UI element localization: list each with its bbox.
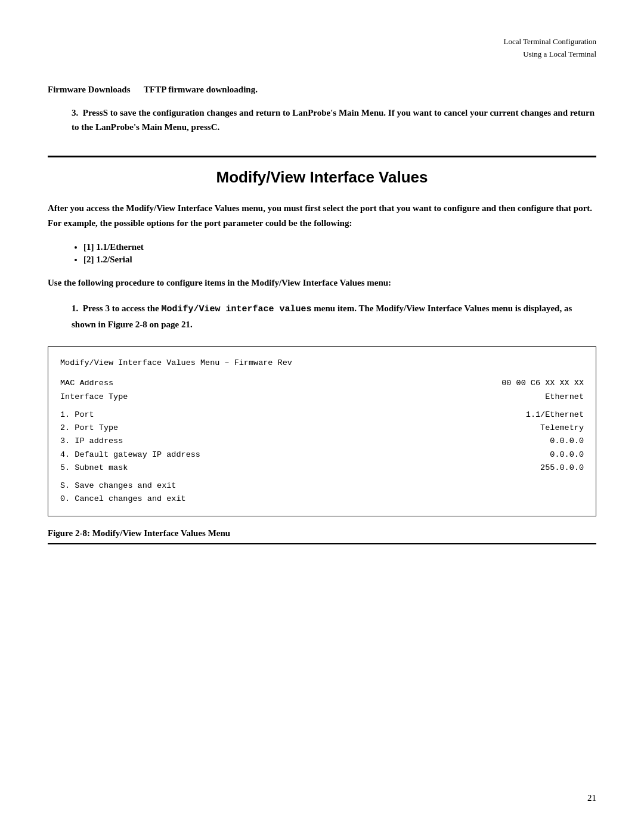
header-line1: Local Terminal Configuration — [48, 36, 596, 48]
firmware-label2: TFTP firmware downloading. — [144, 85, 258, 94]
menu-row-gw-left: 4. Default gateway IP address — [60, 448, 251, 462]
step1-prefix: Press 3 to access the — [83, 304, 159, 313]
header-line2: Using a Local Terminal — [48, 48, 596, 61]
step3-paragraph: 3. PressS to save the configuration chan… — [72, 106, 596, 134]
menu-row-subnet-left: 5. Subnet mask — [60, 462, 251, 475]
menu-row-porttype: 2. Port Type Telemetry — [60, 422, 584, 435]
page-header: Local Terminal Configuration Using a Loc… — [48, 36, 596, 61]
menu-row-mac-right: 00 00 C6 XX XX XX — [501, 377, 584, 390]
firmware-label: Firmware Downloads — [48, 85, 130, 94]
figure-caption: Figure 2-8: Modify/View Interface Values… — [48, 528, 596, 538]
section-intro: After you access the Modify/View Interfa… — [48, 201, 596, 231]
menu-row-save: S. Save changes and exit — [60, 479, 584, 493]
menu-row-ip-right: 0.0.0.0 — [550, 435, 584, 448]
page: Local Terminal Configuration Using a Loc… — [0, 0, 644, 833]
menu-row-subnet: 5. Subnet mask 255.0.0.0 — [60, 462, 584, 475]
menu-row-ip-left: 3. IP address — [60, 435, 251, 448]
step1-number: 1. — [72, 304, 83, 313]
section-title: Modify/View Interface Values — [48, 168, 596, 187]
menu-row-mac-left: MAC Address — [60, 377, 251, 390]
firmware-downloads-line: Firmware Downloads TFTP firmware downloa… — [48, 85, 596, 95]
figure-divider — [48, 543, 596, 544]
step1-monospace: Modify/View interface values — [162, 304, 312, 314]
menu-row-gw-right: 0.0.0.0 — [550, 448, 584, 462]
step3-text: PressS to save the configuration changes… — [72, 108, 595, 132]
menu-row-cancel: 0. Cancel changes and exit — [60, 493, 584, 506]
menu-row-itype: Interface Type Ethernet — [60, 391, 584, 404]
menu-row-ip: 3. IP address 0.0.0.0 — [60, 435, 584, 448]
menu-row-port-right: 1.1/Ethernet — [526, 408, 584, 422]
step1-paragraph: 1. Press 3 to access the Modify/View int… — [72, 301, 596, 332]
menu-row-mac: MAC Address 00 00 C6 XX XX XX — [60, 377, 584, 390]
menu-row-gw: 4. Default gateway IP address 0.0.0.0 — [60, 448, 584, 462]
menu-row-port-left: 1. Port — [60, 408, 251, 422]
menu-row-porttype-left: 2. Port Type — [60, 422, 251, 435]
bullet-item-2: [2] 1.2/Serial — [83, 255, 596, 265]
menu-box: Modify/View Interface Values Menu – Firm… — [48, 346, 596, 516]
menu-row-port: 1. Port 1.1/Ethernet — [60, 408, 584, 422]
procedure-intro: Use the following procedure to configure… — [48, 275, 596, 291]
menu-row-porttype-right: Telemetry — [540, 422, 584, 435]
section-divider — [48, 156, 596, 157]
menu-row-itype-left: Interface Type — [60, 391, 251, 404]
bullet-list: [1] 1.1/Ethernet [2] 1.2/Serial — [83, 242, 596, 265]
bullet-item-1: [1] 1.1/Ethernet — [83, 242, 596, 252]
menu-title: Modify/View Interface Values Menu – Firm… — [60, 357, 584, 370]
menu-row-subnet-right: 255.0.0.0 — [540, 462, 584, 475]
step3-number: 3. — [72, 108, 83, 117]
menu-row-itype-right: Ethernet — [545, 391, 584, 404]
page-number: 21 — [587, 793, 596, 803]
